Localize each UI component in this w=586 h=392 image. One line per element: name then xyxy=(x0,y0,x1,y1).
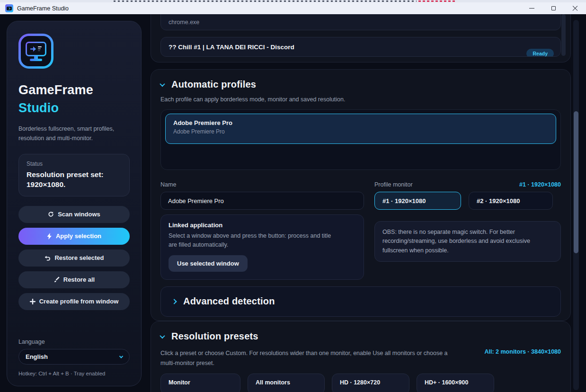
monitor-option-2[interactable]: #2 · 1920×1080 xyxy=(469,192,553,210)
chevron-right-icon xyxy=(171,299,177,304)
scan-windows-label: Scan windows xyxy=(58,211,100,218)
brand-line2: Studio xyxy=(18,99,130,117)
brand-line1: GameFrame xyxy=(18,81,130,99)
window-list-item-discord[interactable]: ?? Chill #1 | LA TANA DEI RICCI - Discor… xyxy=(160,37,561,57)
obs-note: OBS: there is no separate magic switch. … xyxy=(374,221,561,262)
restore-selected-button[interactable]: Restore selected xyxy=(18,249,130,267)
chevron-down-icon xyxy=(160,81,165,86)
scan-windows-button[interactable]: Scan windows xyxy=(18,206,130,223)
resolution-presets-subtitle: Click a preset or choose Custom. For res… xyxy=(160,348,454,369)
undo-icon xyxy=(44,255,51,261)
apply-selection-label: Apply selection xyxy=(56,232,101,240)
brand-title: GameFrame Studio xyxy=(18,81,130,117)
sidebar: GameFrame Studio Borderless fullscreen, … xyxy=(7,21,142,386)
resolution-presets-title: Resolution presets xyxy=(171,331,258,342)
brush-icon xyxy=(53,276,60,283)
main-panel: chrome.exe ?? Chill #1 | LA TANA DEI RIC… xyxy=(151,14,571,392)
monitor-option-1[interactable]: #1 · 1920×1080 xyxy=(374,192,461,210)
resolution-presets-card: Resolution presets Click a preset or cho… xyxy=(151,321,571,392)
scrollbar-thumb[interactable] xyxy=(574,111,578,253)
app-content: GameFrame Studio Borderless fullscreen, … xyxy=(0,14,586,392)
language-value: English xyxy=(26,353,48,360)
brand-tagline: Borderless fullscreen, smart profiles, r… xyxy=(18,124,130,143)
use-selected-window-button[interactable]: Use selected window xyxy=(169,255,248,272)
profile-name-input[interactable] xyxy=(160,192,364,210)
advanced-detection-header[interactable]: Advanced detection xyxy=(160,286,561,317)
linked-application-box: Linked application Select a window above… xyxy=(160,214,364,280)
automatic-profiles-card: Automatic profiles Each profile can appl… xyxy=(151,69,571,321)
terminal-lines-icon xyxy=(38,46,42,51)
monitor-stand xyxy=(34,56,38,59)
advanced-detection-title: Advanced detection xyxy=(183,296,275,307)
clipped-background-text xyxy=(114,0,417,2)
window-list-scrollbar[interactable] xyxy=(561,14,566,56)
preset-hd-button[interactable]: HD · 1280×720 xyxy=(332,374,409,392)
ready-badge: Ready xyxy=(526,49,554,57)
language-select[interactable]: English xyxy=(18,349,130,365)
arrow-icon xyxy=(8,7,10,10)
plus-icon xyxy=(30,299,36,304)
profile-list: Adobe Premiere Pro Adobe Premiere Pro xyxy=(160,109,561,170)
chevron-down-icon xyxy=(119,354,123,358)
profile-item-selected[interactable]: Adobe Premiere Pro Adobe Premiere Pro xyxy=(165,114,556,144)
create-profile-label: Create profile from window xyxy=(39,298,119,305)
window-list-card: chrome.exe ?? Chill #1 | LA TANA DEI RIC… xyxy=(151,14,571,62)
chevron-down-icon xyxy=(160,333,165,338)
all-monitors-info: All: 2 monitors · 3840×1080 xyxy=(484,348,561,355)
name-field-label: Name xyxy=(160,181,364,188)
maximize-button[interactable] xyxy=(542,2,564,14)
right-column: Profile monitor #1 · 1920×1080 #1 · 1920… xyxy=(374,181,561,280)
apply-selection-button[interactable]: Apply selection xyxy=(18,228,130,245)
restore-all-label: Restore all xyxy=(63,276,95,283)
hotkey-note: Hotkey: Ctrl + Alt + B · Tray enabled xyxy=(18,371,130,376)
profile-monitor-current: #1 · 1920×1080 xyxy=(519,181,561,188)
window-list-item-chrome[interactable]: chrome.exe xyxy=(160,14,561,30)
automatic-profiles-title: Automatic profiles xyxy=(171,79,256,90)
restore-selected-label: Restore selected xyxy=(54,254,104,261)
linked-application-title: Linked application xyxy=(169,222,356,229)
window-title: GameFrame Studio xyxy=(17,5,69,12)
create-profile-button[interactable]: Create profile from window xyxy=(18,293,130,310)
monitor-icon xyxy=(7,7,12,10)
resolution-presets-header[interactable]: Resolution presets xyxy=(160,331,561,342)
monitor-base xyxy=(30,59,42,61)
close-icon xyxy=(572,6,578,11)
profile-process: Adobe Premiere Pro xyxy=(173,128,548,135)
automatic-profiles-subtitle: Each profile can apply borderless mode, … xyxy=(160,96,561,103)
titlebar: GameFrame Studio xyxy=(0,0,586,14)
refresh-icon xyxy=(48,211,54,217)
status-box: Status Resolution preset set: 1920×1080. xyxy=(18,154,130,196)
restore-all-button[interactable]: Restore all xyxy=(18,271,130,288)
window-item-title: ?? Chill #1 | LA TANA DEI RICCI - Discor… xyxy=(169,44,294,51)
left-column: Name Linked application Select a window … xyxy=(160,181,364,280)
status-message: Resolution preset set: 1920×1080. xyxy=(27,170,122,190)
status-label: Status xyxy=(27,160,122,167)
lightning-icon xyxy=(47,233,52,240)
preset-monitor-button[interactable]: Monitor xyxy=(160,374,240,392)
preset-hdplus-button[interactable]: HD+ · 1600×900 xyxy=(417,374,494,392)
window-item-process: chrome.exe xyxy=(169,19,199,26)
automatic-profiles-header[interactable]: Automatic profiles xyxy=(160,79,561,90)
preset-all-monitors-button[interactable]: All monitors xyxy=(248,374,325,392)
minimize-button[interactable] xyxy=(521,2,542,14)
app-icon xyxy=(5,4,13,12)
monitor-icon xyxy=(26,42,46,56)
linked-application-description: Select a window above and press the butt… xyxy=(169,232,339,249)
app-logo xyxy=(18,34,53,69)
close-button[interactable] xyxy=(564,2,586,14)
clipped-background-text-red xyxy=(418,0,455,2)
profile-name: Adobe Premiere Pro xyxy=(173,119,548,126)
arrow-icon xyxy=(30,46,36,52)
maximize-icon xyxy=(551,6,556,10)
language-label: Language xyxy=(18,339,130,345)
minimize-icon xyxy=(529,8,534,9)
profile-monitor-label: Profile monitor xyxy=(374,181,413,188)
